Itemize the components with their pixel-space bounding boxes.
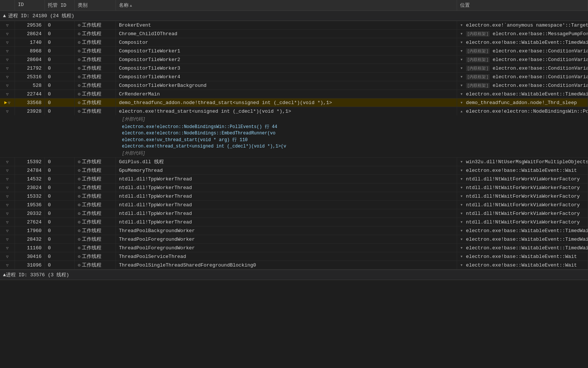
managed-id: 0 [45, 201, 75, 209]
row-expand-arrow[interactable]: ▽ [0, 175, 15, 183]
table-row[interactable]: ▽ 528 0 ⚙ 工作线程 CompositorTileWorkerBackg… [0, 81, 588, 90]
row-expand-arrow[interactable]: ▽ [0, 226, 15, 235]
table-row[interactable]: ▽ 8968 0 ⚙ 工作线程 CompositorTileWorker1 ▾[… [0, 47, 588, 55]
thread-location: ▾ntdll.dll!NtWaitForWorkViaWorkerFactory [457, 183, 588, 192]
stack-entry-4[interactable]: electron.exe!thread_start<unsigned int (… [116, 143, 588, 149]
current-thread-arrow: ► [4, 100, 7, 106]
managed-id: 0 [45, 81, 75, 89]
col-header-location[interactable]: 位置 [457, 0, 588, 10]
location-arrow: ▾ [460, 74, 463, 80]
row-expand-arrow[interactable]: ▽ [0, 81, 15, 89]
managed-id: 0 [45, 226, 75, 235]
table-row[interactable]: ▽ 11160 0 ⚙ 工作线程 ThreadPoolForegroundWor… [0, 244, 588, 252]
chevron-down-icon: ▽ [6, 66, 9, 71]
chevron-down-icon: ▽ [6, 40, 9, 45]
group-collapse-arrow-2[interactable]: ▲ [3, 272, 6, 278]
row-expand-arrow[interactable]: ▽ [0, 107, 15, 115]
table-row[interactable]: ▽ 28624 0 ⚙ 工作线程 Chrome_ChildIOThread ▾[… [0, 30, 588, 38]
table-row[interactable]: ▽ 28604 0 ⚙ 工作线程 CompositorTileWorker2 ▾… [0, 55, 588, 64]
thread-type: ⚙ 工作线程 [75, 107, 116, 115]
thread-location: ▾electron.exe!base::WaitableEvent::Timed… [457, 90, 588, 98]
row-expand-arrow[interactable]: ▽ [0, 47, 15, 55]
chevron-down-icon: ▽ [6, 254, 9, 259]
table-row[interactable]: ▽ 15392 0 ⚙ 工作线程 GdiPlus.dll 线程 ▾win32u.… [0, 158, 588, 166]
row-expand-arrow[interactable]: ▽ [0, 235, 15, 243]
thread-location: ▾[内联框架]electron.exe!base::MessagePumpFor… [457, 30, 588, 38]
thread-name: demo_threadfunc_addon.node!thread_start<… [116, 98, 457, 107]
table-row[interactable]: ▽ 19536 0 ⚙ 工作线程 ntdll.dll!TppWorkerThre… [0, 201, 588, 209]
stack-entry-1[interactable]: electron.exe!electron::NodeBindingsWin::… [116, 123, 588, 130]
chevron-up-icon: ▽ [6, 109, 9, 114]
row-expand-arrow[interactable]: ▽ [0, 261, 15, 269]
row-expand-arrow[interactable]: ▽ [0, 38, 15, 46]
col-header-name[interactable]: 名称▲ [116, 0, 457, 10]
managed-id: 0 [45, 73, 75, 81]
thread-location: ▾[内联框架]electron.exe!base::ConditionVaria… [457, 81, 588, 89]
row-expand-arrow[interactable]: ▽ [0, 64, 15, 72]
table-row[interactable]: ▽ 17960 0 ⚙ 工作线程 ThreadPoolBackgroundWor… [0, 226, 588, 235]
col-header-type[interactable]: 类别 [75, 0, 116, 10]
gear-icon: ⚙ [78, 109, 80, 114]
table-row[interactable]: ▽ 29536 0 ⚙ 工作线程 BrokerEvent ▾electron.e… [0, 21, 588, 30]
table-row[interactable]: ▽ 14532 0 ⚙ 工作线程 ntdll.dll!TppWorkerThre… [0, 175, 588, 183]
col-header-managed-id[interactable]: 托管 ID [45, 0, 75, 10]
table-row[interactable]: ▽ 24784 0 ⚙ 工作线程 GpuMemoryThread ▾electr… [0, 166, 588, 175]
table-row[interactable]: ▽ 23024 0 ⚙ 工作线程 ntdll.dll!TppWorkerThre… [0, 183, 588, 192]
table-row[interactable]: ▽ 25316 0 ⚙ 工作线程 CompositorTileWorker4 ▾… [0, 73, 588, 81]
location-arrow: ▾ [460, 236, 463, 242]
gear-icon: ⚙ [78, 168, 80, 173]
gear-icon: ⚙ [78, 57, 80, 63]
table-row-expanded[interactable]: ▽ 23928 0 ⚙ 工作线程 electron.exe!thread_sta… [0, 107, 588, 115]
stack-entry-3[interactable]: electron.exe!uv_thread_start(void * arg)… [116, 136, 588, 143]
table-row[interactable]: ▽ 1740 0 ⚙ 工作线程 Compositor ▾electron.exe… [0, 38, 588, 47]
thread-location: ▾electron.exe!base::WaitableEvent::Timed… [457, 226, 588, 235]
row-expand-arrow[interactable]: ▽ [0, 209, 15, 218]
managed-id: 0 [45, 158, 75, 166]
process-group-header-2[interactable]: ▲ 进程 ID: 33576 (3 线程) [0, 270, 588, 280]
row-expand-arrow[interactable]: ▽ [0, 73, 15, 81]
thread-type: ⚙ 工作线程 [75, 183, 116, 192]
gear-icon: ⚙ [78, 194, 80, 199]
table-row[interactable]: ▽ 22744 0 ⚙ 工作线程 CrRendererMain ▾electro… [0, 90, 588, 98]
table-row[interactable]: ▽ 20332 0 ⚙ 工作线程 ntdll.dll!TppWorkerThre… [0, 209, 588, 218]
table-row[interactable]: ▽ 31096 0 ⚙ 工作线程 ThreadPoolSingleThreadS… [0, 261, 588, 270]
inline-tag: [内联框架] [466, 57, 490, 63]
row-expand-arrow[interactable]: ▽ [0, 183, 15, 192]
row-expand-arrow[interactable]: ▽ [0, 244, 15, 252]
table-row-highlighted[interactable]: ► ▽ 33568 0 ⚙ 工作线程 demo_threadfunc_addon… [0, 98, 588, 107]
process-group-header-1[interactable]: ▲ 进程 ID: 24180 (24 线程) [0, 11, 588, 21]
row-expand-arrow[interactable]: ▽ [0, 158, 15, 166]
chevron-down-icon: ▽ [6, 49, 9, 54]
row-expand-arrow[interactable]: ▽ [0, 21, 15, 29]
table-body[interactable]: ▲ 进程 ID: 24180 (24 线程) ▽ 29536 0 ⚙ 工作线程 … [0, 11, 588, 368]
row-expand-arrow[interactable]: ▽ [0, 55, 15, 64]
table-row[interactable]: ▽ 27624 0 ⚙ 工作线程 ntdll.dll!TppWorkerThre… [0, 218, 588, 226]
managed-id: 0 [45, 218, 75, 226]
col-header-id[interactable]: ID [15, 0, 45, 10]
stack-trace-expansion: [外部代码] electron.exe!electron::NodeBindin… [0, 115, 588, 158]
row-expand-arrow[interactable]: ▽ [0, 166, 15, 174]
row-expand-arrow[interactable]: ► ▽ [0, 98, 15, 107]
group-collapse-arrow-1[interactable]: ▲ [3, 13, 6, 19]
table-row[interactable]: ▽ 21792 0 ⚙ 工作线程 CompositorTileWorker3 ▾… [0, 64, 588, 73]
thread-location: ▾electron.exe!base::WaitableEvent::Timed… [457, 235, 588, 243]
chevron-down-icon: ▽ [6, 159, 9, 164]
row-expand-arrow[interactable]: ▽ [0, 252, 15, 261]
thread-type: ⚙ 工作线程 [75, 235, 116, 243]
location-arrow: ▾ [460, 202, 463, 208]
gear-icon: ⚙ [78, 31, 80, 37]
row-expand-arrow[interactable]: ▽ [0, 218, 15, 226]
thread-id: 27624 [15, 218, 45, 226]
table-header: ID 托管 ID 类别 名称▲ 位置 [0, 0, 588, 11]
table-row[interactable]: ▽ 15332 0 ⚙ 工作线程 ntdll.dll!TppWorkerThre… [0, 192, 588, 201]
row-expand-arrow[interactable]: ▽ [0, 30, 15, 38]
row-expand-arrow[interactable]: ▽ [0, 201, 15, 209]
row-expand-arrow[interactable]: ▽ [0, 90, 15, 98]
row-expand-arrow[interactable]: ▽ [0, 192, 15, 200]
table-row[interactable]: ▽ 30416 0 ⚙ 工作线程 ThreadPoolServiceThread… [0, 252, 588, 261]
table-row[interactable]: ▽ 28432 0 ⚙ 工作线程 ThreadPoolForegroundWor… [0, 235, 588, 244]
col-header-arrow [0, 0, 15, 10]
stack-entry-2[interactable]: electron.exe!electron::NodeBindings::Emb… [116, 130, 588, 136]
thread-id: 14532 [15, 175, 45, 183]
process-group-label-1: 进程 ID: 24180 (24 线程) [8, 12, 74, 19]
